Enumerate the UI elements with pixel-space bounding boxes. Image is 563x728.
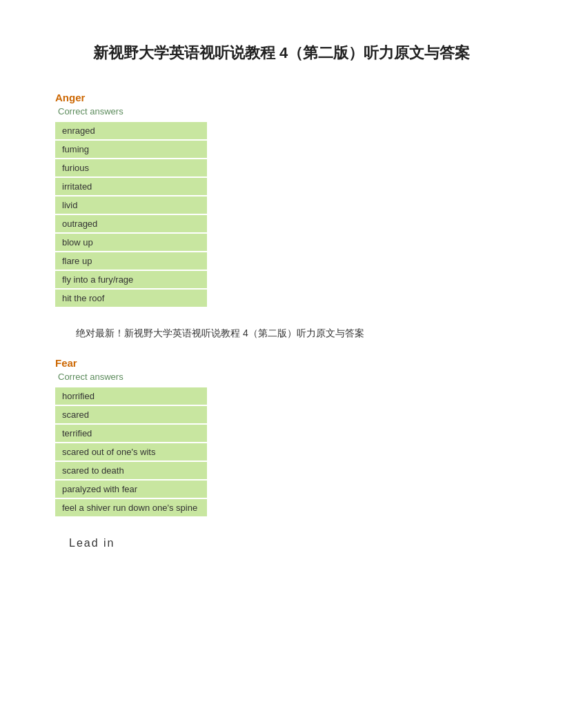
list-item: blow up (55, 234, 207, 251)
fear-answer-list: horrifiedscaredterrifiedscared out of on… (55, 387, 508, 516)
fear-section: Fear Correct answers horrifiedscaredterr… (55, 357, 508, 516)
list-item: fly into a fury/rage (55, 271, 207, 288)
list-item: fuming (55, 141, 207, 158)
lead-in-text: Lead in (69, 537, 508, 549)
list-item: flare up (55, 252, 207, 270)
list-item: scared to death (55, 462, 207, 479)
page-title: 新视野大学英语视听说教程 4（第二版）听力原文与答案 (55, 41, 508, 64)
fear-correct-answers-label: Correct answers (58, 372, 508, 382)
list-item: scared out of one's wits (55, 443, 207, 461)
list-item: terrified (55, 425, 207, 442)
anger-correct-answers-label: Correct answers (58, 106, 508, 117)
list-item: enraged (55, 122, 207, 139)
list-item: furious (55, 159, 207, 176)
list-item: paralyzed with fear (55, 481, 207, 498)
anger-section: Anger Correct answers enragedfumingfurio… (55, 92, 508, 307)
list-item: horrified (55, 387, 207, 405)
fear-section-title: Fear (55, 357, 508, 369)
list-item: hit the roof (55, 290, 207, 307)
list-item: feel a shiver run down one's spine (55, 499, 207, 516)
anger-section-title: Anger (55, 92, 508, 103)
list-item: irritated (55, 178, 207, 195)
list-item: livid (55, 196, 207, 214)
anger-answer-list: enragedfumingfuriousirritatedlividoutrag… (55, 122, 508, 307)
list-item: outraged (55, 215, 207, 232)
promo-text: 绝对最新！新视野大学英语视听说教程 4（第二版）听力原文与答案 (76, 327, 508, 340)
list-item: scared (55, 406, 207, 423)
